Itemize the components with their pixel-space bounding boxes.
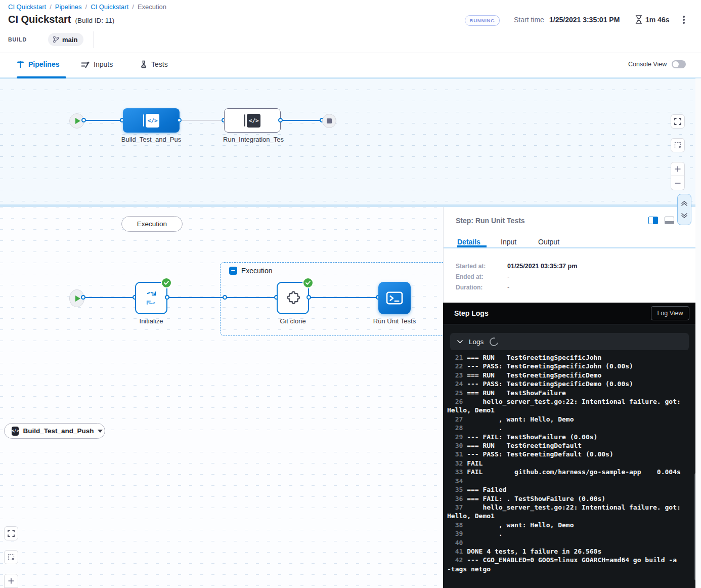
connector-dot [81,295,85,300]
log-line: 31 --- PASS: TestGreetingDefault (0.00s) [447,450,684,458]
stage-node-build-test-and-push[interactable]: </> [123,108,180,133]
breadcrumb-separator: / [85,3,87,11]
breadcrumb-separator: / [50,3,52,11]
collapse-group-icon[interactable] [229,267,237,275]
connector-dot [81,118,86,122]
panel-tab-input[interactable]: Input [501,238,516,246]
log-line: 23 === RUN TestGreetingSpecificDemo [447,371,684,380]
zoom-out-button[interactable] [671,176,685,190]
breadcrumb-current: Execution [138,3,166,11]
start-time-value: 1/25/2021 3:35:01 PM [549,16,620,24]
more-options-button[interactable] [680,15,688,25]
log-line: 34 [447,477,684,485]
zoom-in-button[interactable] [671,162,685,176]
stage-node-run-integration-tests[interactable]: </> [224,108,281,133]
log-line: 39 . [447,529,684,538]
log-line: 38 , want: Hello, Demo [447,521,684,529]
fullscreen-button[interactable] [4,526,18,540]
panel-collapse-expand-button[interactable] [677,194,691,225]
chevron-double-down-icon [681,213,688,219]
connector-dot [223,295,227,300]
zoom-in-button[interactable] [4,574,18,588]
pipeline-canvas: </> Build_Test_and_Pus </> Run_Integrati… [0,78,701,204]
tab-tests[interactable]: Tests [140,60,168,68]
connector-dot [306,295,311,300]
logs-accordion-header[interactable]: Logs [450,333,689,350]
connector-dot [278,118,283,122]
log-line: 42 --- CGO_ENABLED=0 GOOS=linux GOARCH=a… [447,556,684,573]
edge [167,297,277,298]
console-view-toggle[interactable] [672,60,686,68]
breadcrumb-separator: / [132,3,134,11]
stage-label: Build_Test_and_Pus [121,136,182,143]
edge [309,297,378,298]
tabbar-band [0,77,701,79]
log-line: 28 . [447,424,684,432]
log-line: 40 [447,538,684,547]
hourglass-icon [635,15,642,24]
branch-chip: main [48,33,83,46]
execution-group-label: Execution [229,267,272,275]
edge [281,120,322,121]
branch-name: main [62,36,77,44]
log-line: 21 === RUN TestGreetingSpecificJohn [447,353,684,362]
play-icon [75,296,80,302]
sync-icon [143,289,160,307]
layout-split-right-icon[interactable] [648,217,658,224]
field-started-at: Started at: 01/25/2021 03:35:37 pm [456,263,577,270]
chevron-down-icon [98,430,103,433]
step-label: Run Unit Tests [373,317,416,325]
header-divider [94,31,94,48]
play-icon [75,118,80,124]
fit-selection-button[interactable] [4,550,18,564]
panel-tab-details[interactable]: Details [457,238,480,246]
flask-icon [140,60,147,68]
status-badge: RUNNING [465,15,500,26]
layout-dock-bottom-icon[interactable] [665,217,674,224]
main-tabbar: Pipelines Inputs Tests Console View [0,53,701,79]
log-view-button[interactable]: Log View [651,306,689,320]
chevron-double-up-icon [681,200,688,206]
step-label: Initialize [140,317,163,325]
connector-dot [177,118,182,122]
panel-tab-output[interactable]: Output [538,238,559,246]
log-line: 41 DONE 4 tests, 1 failure in 26.568s [447,547,684,556]
build-label: BUILD [8,36,27,43]
breadcrumb-link-project[interactable]: CI Quickstart [8,3,46,11]
step-details-panel: Step: Run Unit Tests Details Input Outpu… [443,207,701,303]
edge [180,120,224,121]
pipeline-end-node [322,114,336,128]
step-node-run-unit-tests[interactable] [378,282,411,314]
step-logs-header: Step Logs Log View [443,303,701,324]
fullscreen-button[interactable] [671,114,685,129]
pipeline-icon [17,60,24,68]
page-header: CI Quickstart/Pipelines/CI Quickstart/Ex… [0,0,701,53]
puzzle-icon [285,290,301,306]
step-label: Git clone [280,317,305,325]
log-line: 29 --- FAIL: TestShowFailure (0.00s) [447,433,684,441]
log-line: 30 === RUN TestGreetingDefault [447,441,684,450]
fit-selection-button[interactable] [671,138,685,152]
code-stage-icon: </> [143,114,160,128]
log-line: 37 hello_server_test.go:22: Intentional … [447,503,684,521]
page-title: CI Quickstart(Build ID: 11) [8,14,114,25]
success-check-icon [302,277,314,288]
edge [83,120,123,121]
log-line: 25 === RUN TestShowFailure [447,389,684,397]
execution-view-chip[interactable]: Execution [121,216,183,232]
breadcrumb-link-pipeline[interactable]: CI Quickstart [91,3,128,11]
edge [83,297,135,298]
breadcrumb-link-pipelines[interactable]: Pipelines [55,3,82,11]
stage-selector-dropdown[interactable]: </> Build_Test_and_Push [4,423,105,439]
build-id: (Build ID: 11) [75,17,114,24]
git-branch-icon [53,36,59,43]
log-line: 33 FAIL github.com/harness/go-sample-app… [447,468,684,476]
inputs-icon [81,61,90,68]
active-tab-underline [17,76,66,78]
loading-spinner-icon [488,335,500,347]
tab-inputs[interactable]: Inputs [81,60,113,68]
log-line: 36 === FAIL: . TestShowFailure (0.00s) [447,494,684,503]
tab-pipelines[interactable]: Pipelines [17,60,59,68]
field-ended-at: Ended at: - [456,273,509,280]
log-line: 35 === Failed [447,485,684,494]
